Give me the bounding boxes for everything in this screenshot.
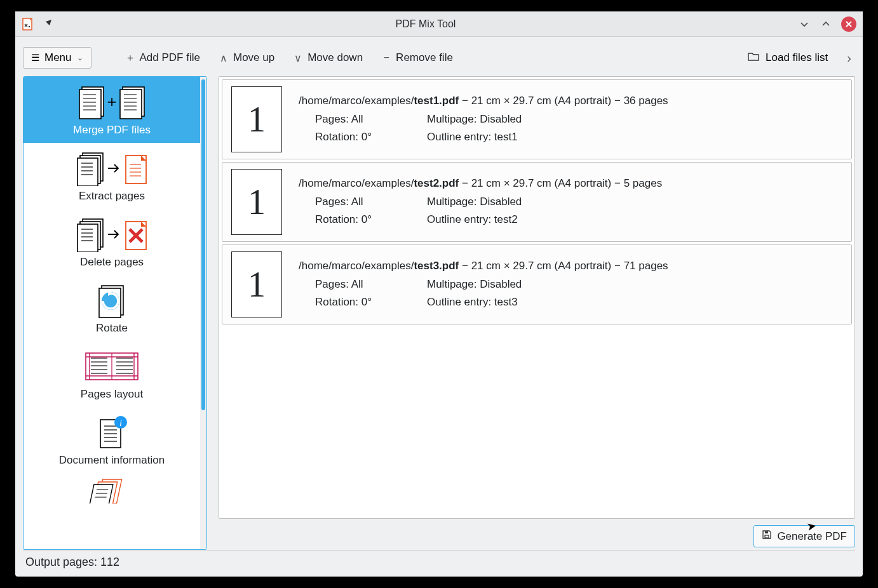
svg-point-1 xyxy=(29,25,30,27)
status-bar: Output pages: 112 xyxy=(23,550,855,573)
titlebar: PDF Mix Tool xyxy=(15,11,863,37)
app-window: PDF Mix Tool ☰ Menu ⌄ ＋ Add PDF file ∧ xyxy=(15,11,863,577)
file-info: /home/marco/examples/test3.pdf − 21 cm ×… xyxy=(299,258,842,311)
folder-icon xyxy=(748,51,759,65)
svg-rect-5 xyxy=(120,90,142,119)
file-path-line: /home/marco/examples/test3.pdf − 21 cm ×… xyxy=(299,258,842,274)
save-icon xyxy=(762,530,772,543)
sidebar-item-partial[interactable] xyxy=(24,473,200,505)
toolbar-label: Add PDF file xyxy=(140,51,200,64)
toolbar-label: Load files list xyxy=(766,51,828,64)
file-list: 1 /home/marco/examples/test1.pdf − 21 cm… xyxy=(219,76,855,519)
chevron-down-icon: ∨ xyxy=(292,52,304,64)
close-icon[interactable] xyxy=(841,17,856,32)
plus-icon: ＋ xyxy=(125,51,136,65)
delete-icon xyxy=(74,214,150,255)
sidebar-item-label: Pages layout xyxy=(81,388,143,401)
sidebar: + Merge PDF files xyxy=(23,76,207,550)
minus-icon: − xyxy=(381,52,392,63)
remove-file-button[interactable]: − Remove file xyxy=(379,49,454,67)
generate-pdf-button[interactable]: Generate PDF xyxy=(753,525,855,547)
toolbar: ＋ Add PDF file ∧ Move up ∨ Move down − R… xyxy=(104,49,855,67)
maximize-icon[interactable] xyxy=(820,18,832,30)
hamburger-icon: ☰ xyxy=(31,52,39,63)
file-path-line: /home/marco/examples/test2.pdf − 21 cm ×… xyxy=(299,175,842,192)
add-pdf-button[interactable]: ＋ Add PDF file xyxy=(123,49,201,67)
sidebar-extra-icon xyxy=(86,478,137,504)
file-thumbnail: 1 xyxy=(231,86,282,152)
document-info-icon: i xyxy=(94,412,130,453)
window-title: PDF Mix Tool xyxy=(53,18,798,30)
svg-rect-71 xyxy=(765,531,768,533)
toolbar-overflow-icon[interactable]: › xyxy=(843,51,855,65)
svg-rect-19 xyxy=(78,158,98,186)
menu-button-label: Menu xyxy=(44,51,72,64)
toolbar-label: Move up xyxy=(233,51,274,64)
merge-icon: + xyxy=(77,82,147,123)
pages-layout-icon xyxy=(83,346,140,387)
file-thumbnail: 1 xyxy=(231,251,282,317)
sidebar-item-label: Delete pages xyxy=(80,256,144,269)
svg-point-39 xyxy=(102,292,119,310)
rotate-icon xyxy=(93,280,131,321)
file-row[interactable]: 1 /home/marco/examples/test2.pdf − 21 cm… xyxy=(222,162,852,242)
move-up-button[interactable]: ∧ Move up xyxy=(217,49,276,67)
sidebar-item-merge[interactable]: + Merge PDF files xyxy=(24,77,200,143)
sidebar-item-rotate[interactable]: Rotate xyxy=(24,275,200,341)
svg-rect-31 xyxy=(78,224,98,252)
toolbar-label: Move down xyxy=(307,51,363,64)
chevron-up-icon: ∧ xyxy=(218,52,229,64)
sidebar-item-layout[interactable]: Pages layout xyxy=(24,341,200,407)
minimize-icon[interactable] xyxy=(798,18,811,30)
sidebar-item-extract[interactable]: Extract pages xyxy=(24,143,200,209)
menu-button[interactable]: ☰ Menu ⌄ xyxy=(23,47,91,69)
toolbar-label: Remove file xyxy=(396,51,453,64)
file-info: /home/marco/examples/test2.pdf − 21 cm ×… xyxy=(299,175,842,228)
svg-rect-66 xyxy=(89,484,113,504)
generate-label: Generate PDF xyxy=(777,530,847,543)
status-text: Output pages: 112 xyxy=(25,556,119,568)
svg-text:i: i xyxy=(119,418,122,428)
file-row[interactable]: 1 /home/marco/examples/test1.pdf − 21 cm… xyxy=(222,79,852,159)
sidebar-scrollbar[interactable] xyxy=(200,77,206,549)
sidebar-item-label: Merge PDF files xyxy=(73,124,151,137)
file-path-line: /home/marco/examples/test1.pdf − 21 cm ×… xyxy=(299,93,842,109)
pin-icon[interactable] xyxy=(43,18,53,30)
sidebar-item-label: Document information xyxy=(59,454,165,467)
extract-icon xyxy=(74,148,150,189)
sidebar-item-label: Rotate xyxy=(96,322,128,335)
move-down-button[interactable]: ∨ Move down xyxy=(291,49,364,67)
app-icon xyxy=(22,18,34,30)
chevron-down-icon: ⌄ xyxy=(77,53,83,62)
sidebar-item-label: Extract pages xyxy=(79,190,145,203)
svg-text:+: + xyxy=(107,92,116,111)
sidebar-item-delete[interactable]: Delete pages xyxy=(24,209,200,275)
svg-rect-70 xyxy=(765,535,769,538)
file-row[interactable]: 1 /home/marco/examples/test3.pdf − 21 cm… xyxy=(222,244,852,324)
svg-rect-3 xyxy=(79,90,101,119)
file-thumbnail: 1 xyxy=(231,169,282,235)
load-files-list-button[interactable]: Load files list xyxy=(748,51,828,65)
sidebar-item-docinfo[interactable]: i Document information xyxy=(24,407,200,473)
file-info: /home/marco/examples/test1.pdf − 21 cm ×… xyxy=(299,93,842,145)
